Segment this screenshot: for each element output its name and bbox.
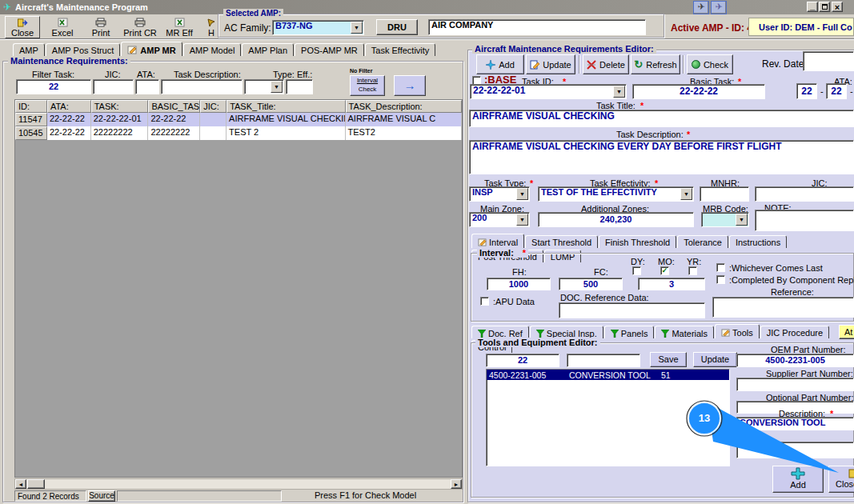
chevron-down-icon[interactable]: ▼ xyxy=(351,22,363,34)
ata-box-2[interactable]: 22 xyxy=(826,83,847,99)
filter-jic-input[interactable] xyxy=(93,79,134,94)
filter-ata-input[interactable] xyxy=(135,79,159,94)
scroll-thumb[interactable] xyxy=(27,479,45,489)
tab-amp-pos-struct[interactable]: AMP Pos Struct xyxy=(46,43,120,56)
tab-task-effectivity[interactable]: Task Effectivity xyxy=(365,43,436,56)
apu-checkbox[interactable] xyxy=(480,297,489,306)
tool-save-button[interactable]: Save xyxy=(650,352,687,367)
minimize-button[interactable]: _ xyxy=(807,2,818,12)
excel-button[interactable]: Excel xyxy=(45,16,80,38)
doc-ref-field[interactable] xyxy=(559,302,705,318)
col-header-id[interactable]: ID: xyxy=(15,100,47,113)
filter-task-input[interactable]: 22 xyxy=(16,79,91,94)
chevron-down-icon[interactable]: ▼ xyxy=(736,214,748,226)
chevron-down-icon[interactable]: ▼ xyxy=(516,214,528,226)
list-item[interactable]: 4500-2231-005 CONVERSION TOOL 51 xyxy=(487,370,729,380)
close-app-button[interactable]: Close xyxy=(5,16,40,38)
restore-button[interactable] xyxy=(819,2,830,12)
completed-checkbox[interactable] xyxy=(716,275,725,284)
tab-start-threshold[interactable]: Start Threshold xyxy=(525,235,598,248)
tab-finish-threshold[interactable]: Finish Threshold xyxy=(599,235,676,248)
reference-field[interactable] xyxy=(712,297,854,318)
filter-eff-input[interactable] xyxy=(286,79,313,94)
print-cr-button[interactable]: Print CR xyxy=(122,16,158,38)
source-button[interactable]: Source xyxy=(88,490,115,502)
dy-checkbox[interactable] xyxy=(632,266,641,275)
tools-close-button[interactable]: Close xyxy=(828,466,854,493)
fc-field[interactable]: 500 xyxy=(559,278,623,290)
col-header-jic[interactable]: JIC: xyxy=(200,100,227,113)
tab-special-insp[interactable]: Special Insp. xyxy=(530,326,603,338)
go-arrow-button[interactable]: → xyxy=(394,75,426,96)
filter-desc-input[interactable] xyxy=(161,79,243,94)
tool-code-input[interactable]: 22 xyxy=(486,354,559,367)
table-row[interactable]: 10545 22-22-22 22222222 22222222 TEST 2 … xyxy=(15,126,462,140)
rev-date-field[interactable] xyxy=(803,51,854,71)
chevron-down-icon[interactable]: ▼ xyxy=(613,86,625,98)
task-effectivity-combo[interactable]: TEST OF THE EFFECTIVITY ▼ xyxy=(538,186,694,202)
chevron-down-icon[interactable]: ▼ xyxy=(271,81,283,93)
chevron-down-icon[interactable]: ▼ xyxy=(680,188,692,200)
editor-update-button[interactable]: Update xyxy=(526,54,575,74)
titlebar-plane-button-1[interactable]: ✈ xyxy=(693,1,709,14)
tab-doc-ref[interactable]: Doc. Ref xyxy=(471,326,529,338)
dru-button[interactable]: DRU xyxy=(376,19,418,35)
close-window-button[interactable]: × xyxy=(832,2,843,12)
jic-field[interactable] xyxy=(755,186,854,202)
supplier-part-field[interactable] xyxy=(736,378,854,391)
col-header-basic[interactable]: BASIC_TASK: xyxy=(148,100,200,113)
tab-panels[interactable]: Panels xyxy=(604,326,655,338)
tool-extra-field[interactable] xyxy=(736,442,854,458)
tool-update-button[interactable]: Update xyxy=(693,352,737,367)
company-field[interactable]: AIR COMPANY xyxy=(428,19,646,35)
ata-box-1[interactable]: 22 xyxy=(796,83,817,99)
interval-check-button[interactable]: Interval Check xyxy=(350,75,385,96)
basic-task-field[interactable]: 22-22-22 xyxy=(632,84,765,99)
task-type-combo[interactable]: INSP ▼ xyxy=(469,186,530,202)
mr-eff-button[interactable]: MR Eff xyxy=(162,16,197,38)
task-description-field[interactable]: AIRFRAME VISUAL CHECKING EVERY DAY BEFOR… xyxy=(469,140,854,174)
tab-amp-model[interactable]: AMP Model xyxy=(183,43,242,56)
tab-amp-mr[interactable]: AMP MR xyxy=(121,42,182,56)
additional-zones-field[interactable]: 240,230 xyxy=(538,212,694,227)
mnhr-field[interactable] xyxy=(700,186,749,202)
editor-delete-button[interactable]: Delete xyxy=(583,54,629,74)
tab-tools[interactable]: Tools xyxy=(715,324,760,338)
col-header-ata[interactable]: ATA: xyxy=(47,100,91,113)
task-title-field[interactable]: AIRFRAME VISUAL CHECKING xyxy=(469,110,854,127)
tab-amp[interactable]: AMP xyxy=(13,43,45,56)
oem-part-field[interactable]: 4500-2231-005 xyxy=(736,354,854,367)
grid-hscrollbar[interactable]: ◄ ► xyxy=(14,478,463,490)
editor-add-button[interactable]: Add xyxy=(476,54,524,74)
tools-list[interactable]: 4500-2231-005 CONVERSION TOOL 51 xyxy=(486,369,730,466)
table-row[interactable]: 11547 22-22-22 22-22-22-01 22-22-22 AIRF… xyxy=(15,113,462,126)
ac-family-combo[interactable]: B737-NG ▼ xyxy=(272,20,364,35)
tab-materials[interactable]: Materials xyxy=(655,326,714,338)
editor-check-button[interactable]: Check xyxy=(687,54,733,74)
col-header-desc[interactable]: TASK_Description: xyxy=(346,100,462,113)
task-id-combo[interactable]: 22-22-22-01 ▼ xyxy=(470,84,627,99)
tools-add-button[interactable]: Add xyxy=(772,466,824,493)
editor-refresh-button[interactable]: ↻ Refresh xyxy=(631,54,680,74)
chevron-down-icon[interactable]: ▼ xyxy=(516,188,528,200)
scroll-left-button[interactable]: ◄ xyxy=(15,479,26,489)
main-zone-combo[interactable]: 200 ▼ xyxy=(469,212,530,227)
tool-qty-input[interactable] xyxy=(567,354,640,367)
scroll-right-button[interactable]: ► xyxy=(451,479,462,489)
fh-field[interactable]: 1000 xyxy=(487,278,551,290)
mrb-code-combo[interactable]: ▼ xyxy=(701,212,749,227)
tab-pos-amp-mr[interactable]: POS-AMP MR xyxy=(295,43,364,56)
tab-interval[interactable]: Interval xyxy=(471,234,524,248)
mo-checkbox[interactable]: ✓ xyxy=(660,266,669,275)
print-button[interactable]: Print xyxy=(83,16,118,38)
mo-value-field[interactable]: 3 xyxy=(638,278,705,290)
col-header-title[interactable]: TASK_Title: xyxy=(227,100,345,113)
yr-checkbox[interactable] xyxy=(688,266,697,275)
filter-type-combo[interactable]: ▼ xyxy=(244,79,284,94)
attach-button[interactable]: At xyxy=(839,325,854,339)
tool-description-field[interactable]: CONVERSION TOOL xyxy=(736,417,854,430)
tab-tolerance[interactable]: Tolerance xyxy=(677,235,728,248)
whichever-checkbox[interactable] xyxy=(716,263,725,272)
titlebar-plane-button-2[interactable]: ✈ xyxy=(711,1,727,14)
note-field[interactable] xyxy=(755,210,854,231)
